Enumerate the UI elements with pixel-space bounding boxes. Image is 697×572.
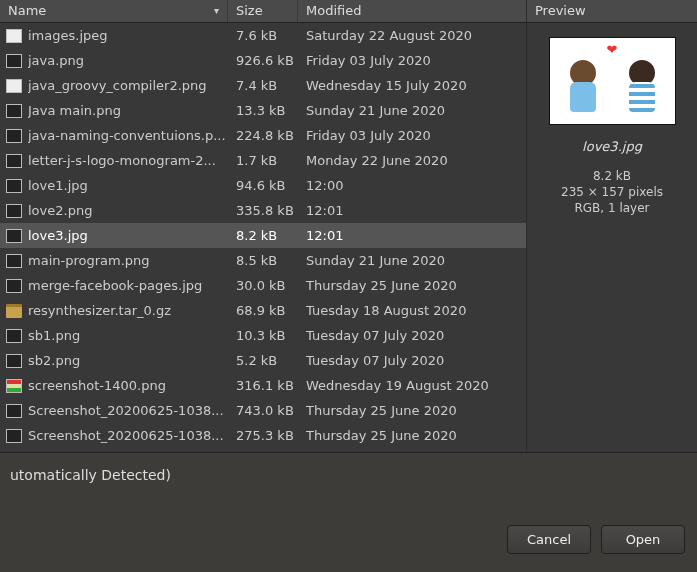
- file-row[interactable]: java_groovy_compiler2.png7.4 kBWednesday…: [0, 73, 526, 98]
- file-name-label: merge-facebook-pages.jpg: [28, 278, 228, 293]
- file-row-name-cell: java.png: [0, 53, 228, 68]
- preview-header: Preview: [527, 0, 697, 23]
- file-row[interactable]: screenshot-1400.png316.1 kBWednesday 19 …: [0, 373, 526, 398]
- file-size-label: 275.3 kB: [228, 428, 298, 443]
- file-row-name-cell: Java main.png: [0, 103, 228, 118]
- file-list-pane: Name ▾ Size Modified images.jpeg7.6 kBSa…: [0, 0, 527, 452]
- file-size-label: 7.4 kB: [228, 78, 298, 93]
- image-file-icon: [6, 429, 22, 443]
- file-size-label: 10.3 kB: [228, 328, 298, 343]
- file-modified-label: Thursday 25 June 2020: [298, 403, 526, 418]
- file-row-name-cell: images.jpeg: [0, 28, 228, 43]
- file-size-label: 316.1 kB: [228, 378, 298, 393]
- file-list[interactable]: images.jpeg7.6 kBSaturday 22 August 2020…: [0, 23, 526, 452]
- preview-filename: love3.jpg: [533, 139, 691, 154]
- file-modified-label: 12:01: [298, 228, 526, 243]
- image-file-icon: [6, 79, 22, 93]
- file-modified-label: Friday 03 July 2020: [298, 128, 526, 143]
- file-modified-label: Friday 03 July 2020: [298, 53, 526, 68]
- file-row[interactable]: java.png926.6 kBFriday 03 July 2020: [0, 48, 526, 73]
- file-name-label: resynthesizer.tar_0.gz: [28, 303, 228, 318]
- file-size-label: 13.3 kB: [228, 103, 298, 118]
- file-name-label: java-naming-conventuions.p...: [28, 128, 228, 143]
- file-row-name-cell: love2.png: [0, 203, 228, 218]
- file-size-label: 743.0 kB: [228, 403, 298, 418]
- column-header-name[interactable]: Name ▾: [0, 0, 228, 22]
- file-row[interactable]: images.jpeg7.6 kBSaturday 22 August 2020: [0, 23, 526, 48]
- file-row-name-cell: Screenshot_20200625-1038...: [0, 428, 228, 443]
- file-row[interactable]: letter-j-s-logo-monogram-2...1.7 kBMonda…: [0, 148, 526, 173]
- file-name-label: screenshot-1400.png: [28, 378, 228, 393]
- file-name-label: Java main.png: [28, 103, 228, 118]
- image-file-icon: [6, 254, 22, 268]
- file-row-name-cell: java_groovy_compiler2.png: [0, 78, 228, 93]
- file-row-name-cell: resynthesizer.tar_0.gz: [0, 303, 228, 318]
- column-headers: Name ▾ Size Modified: [0, 0, 526, 23]
- file-modified-label: Sunday 21 June 2020: [298, 103, 526, 118]
- preview-thumbnail: ❤: [549, 37, 676, 125]
- column-header-modified[interactable]: Modified: [298, 0, 526, 22]
- file-name-label: sb2.png: [28, 353, 228, 368]
- image-file-icon: [6, 104, 22, 118]
- file-size-label: 68.9 kB: [228, 303, 298, 318]
- file-modified-label: Monday 22 June 2020: [298, 153, 526, 168]
- file-size-label: 335.8 kB: [228, 203, 298, 218]
- preview-figure-boy: [566, 60, 600, 118]
- file-row[interactable]: sb1.png10.3 kBTuesday 07 July 2020: [0, 323, 526, 348]
- image-file-icon: [6, 379, 22, 393]
- file-row-name-cell: Screenshot_20200625-1038...: [0, 403, 228, 418]
- file-row-name-cell: love3.jpg: [0, 228, 228, 243]
- column-header-modified-label: Modified: [306, 0, 361, 22]
- file-size-label: 94.6 kB: [228, 178, 298, 193]
- file-size-label: 7.6 kB: [228, 28, 298, 43]
- file-row-name-cell: sb1.png: [0, 328, 228, 343]
- file-row[interactable]: love1.jpg94.6 kB12:00: [0, 173, 526, 198]
- column-header-size[interactable]: Size: [228, 0, 298, 22]
- chevron-down-icon: ▾: [214, 0, 219, 22]
- file-name-label: Screenshot_20200625-1038...: [28, 428, 228, 443]
- file-modified-label: Sunday 21 June 2020: [298, 253, 526, 268]
- image-file-icon: [6, 229, 22, 243]
- file-row[interactable]: main-program.png8.5 kBSunday 21 June 202…: [0, 248, 526, 273]
- file-modified-label: Tuesday 07 July 2020: [298, 328, 526, 343]
- file-row[interactable]: Java main.png13.3 kBSunday 21 June 2020: [0, 98, 526, 123]
- file-modified-label: Wednesday 19 August 2020: [298, 378, 526, 393]
- file-row[interactable]: java-naming-conventuions.p...224.8 kBFri…: [0, 123, 526, 148]
- file-size-label: 8.5 kB: [228, 253, 298, 268]
- file-row-name-cell: sb2.png: [0, 353, 228, 368]
- image-file-icon: [6, 54, 22, 68]
- image-file-icon: [6, 29, 22, 43]
- file-size-label: 5.2 kB: [228, 353, 298, 368]
- file-modified-label: Thursday 25 June 2020: [298, 278, 526, 293]
- file-row[interactable]: Screenshot_20200625-1038...743.0 kBThurs…: [0, 398, 526, 423]
- cancel-button[interactable]: Cancel: [507, 525, 591, 554]
- dialog-lower-area: utomatically Detected) Cancel Open: [0, 452, 697, 572]
- preview-pane: Preview ❤ love3.jpg 8.2 kB 235 × 157 pix…: [527, 0, 697, 452]
- file-row[interactable]: merge-facebook-pages.jpg30.0 kBThursday …: [0, 273, 526, 298]
- file-name-label: images.jpeg: [28, 28, 228, 43]
- file-row[interactable]: resynthesizer.tar_0.gz68.9 kBTuesday 18 …: [0, 298, 526, 323]
- file-name-label: java.png: [28, 53, 228, 68]
- file-row-name-cell: main-program.png: [0, 253, 228, 268]
- file-modified-label: Tuesday 07 July 2020: [298, 353, 526, 368]
- image-file-icon: [6, 129, 22, 143]
- preview-mode: RGB, 1 layer: [533, 200, 691, 216]
- file-row[interactable]: Screenshot_20200625-1038...275.3 kBThurs…: [0, 423, 526, 448]
- file-modified-label: Saturday 22 August 2020: [298, 28, 526, 43]
- file-row[interactable]: love2.png335.8 kB12:01: [0, 198, 526, 223]
- file-size-label: 224.8 kB: [228, 128, 298, 143]
- file-modified-label: 12:01: [298, 203, 526, 218]
- file-name-label: Screenshot_20200625-1038...: [28, 403, 228, 418]
- preview-figure-girl: [625, 60, 659, 118]
- file-size-label: 8.2 kB: [228, 228, 298, 243]
- preview-size: 8.2 kB: [533, 168, 691, 184]
- file-size-label: 926.6 kB: [228, 53, 298, 68]
- file-row[interactable]: love3.jpg8.2 kB12:01: [0, 223, 526, 248]
- file-row[interactable]: sb2.png5.2 kBTuesday 07 July 2020: [0, 348, 526, 373]
- file-modified-label: 12:00: [298, 178, 526, 193]
- file-name-label: letter-j-s-logo-monogram-2...: [28, 153, 228, 168]
- file-row-name-cell: merge-facebook-pages.jpg: [0, 278, 228, 293]
- open-button[interactable]: Open: [601, 525, 685, 554]
- image-file-icon: [6, 204, 22, 218]
- preview-metadata: 8.2 kB 235 × 157 pixels RGB, 1 layer: [533, 168, 691, 217]
